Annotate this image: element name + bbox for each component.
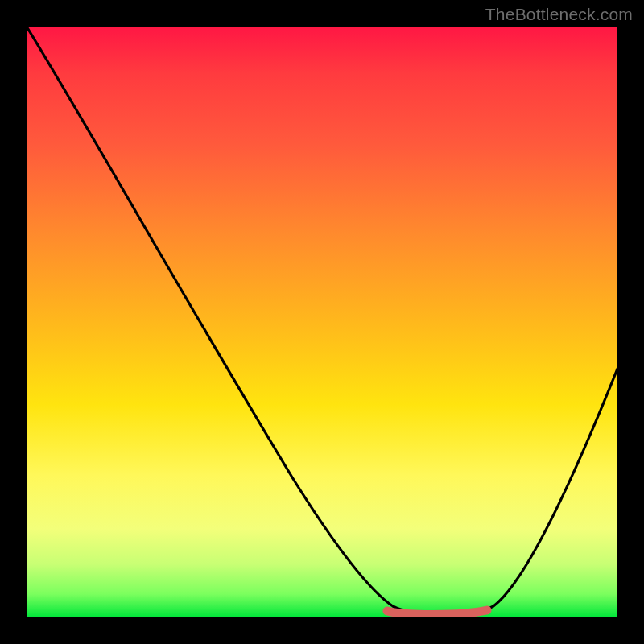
bottleneck-curve <box>27 27 617 615</box>
valley-marker <box>387 610 487 614</box>
watermark-text: TheBottleneck.com <box>485 5 633 24</box>
curve-svg <box>27 27 617 617</box>
plot-area <box>27 27 617 617</box>
chart-frame: TheBottleneck.com <box>0 0 644 644</box>
